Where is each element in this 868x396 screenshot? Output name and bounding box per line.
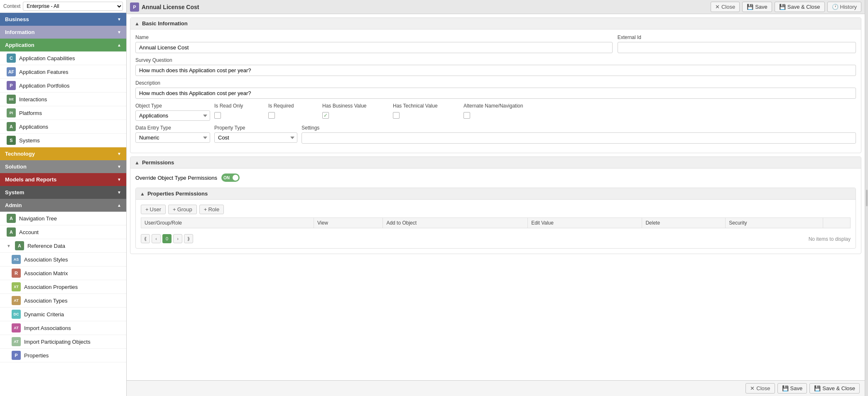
label-navigation-tree: Navigation Tree [19,215,57,222]
save-button[interactable]: 💾 Save [742,2,772,12]
badge-account: A [7,227,16,237]
sidebar-item-systems[interactable]: S Systems [0,134,126,147]
properties-permissions-header[interactable]: ▲ Properties Permissions [136,188,856,200]
name-input[interactable] [135,42,613,53]
badge-platforms: PI [7,108,16,117]
chevron-up-icon: ▲ [135,21,140,27]
alternate-name-checkbox[interactable] [463,112,470,119]
permissions-title: Permissions [142,159,174,166]
toggle-thumb [233,175,238,181]
survey-row: Survey Question [135,57,856,76]
badge-association-matrix: R [12,269,21,278]
save-close-button[interactable]: 💾 Save & Close [775,2,825,12]
sidebar-item-application-portfolios[interactable]: P Application Portfolios [0,79,126,93]
property-type-select[interactable]: Cost [214,132,297,143]
sidebar-item-import-associations[interactable]: AT Import Associations [0,321,126,335]
is-read-only-checkbox[interactable] [214,112,221,119]
no-items-text: No items to display [809,236,851,242]
first-page-button[interactable]: ⟪ [141,234,150,243]
section-header-system[interactable]: System ▼ [0,186,126,199]
is-required-label: Is Required [268,103,318,109]
sidebar-item-association-types[interactable]: AT Association Types [0,294,126,308]
section-header-models[interactable]: Models and Reports ▼ [0,173,126,186]
add-group-button[interactable]: + Group [168,205,197,214]
object-type-select[interactable]: Applications [135,110,210,121]
sidebar-item-account[interactable]: A Account [0,225,126,239]
section-header-admin[interactable]: Admin ▲ [0,199,126,212]
survey-label: Survey Question [135,57,856,63]
alternate-name-group: Alternate Name/Navigation [463,103,856,119]
bottom-save-button[interactable]: 💾 Save [777,383,807,394]
resize-handle[interactable] [866,190,868,206]
bottom-save-label: Save [790,385,803,391]
is-required-checkbox[interactable] [268,112,275,119]
sidebar-item-reference-data[interactable]: ▼ A Reference Data [0,239,126,253]
override-row: Override Object Type Permissions ON [135,174,856,182]
col-delete: Delete [642,218,726,228]
permissions-header[interactable]: ▲ Permissions [130,157,861,169]
survey-input[interactable] [135,65,856,76]
history-button[interactable]: 🕐 History [827,2,861,12]
property-type-group: Property Type Cost [214,125,297,144]
add-user-button[interactable]: + User [141,205,166,214]
label-dynamic-criteria: Dynamic Criteria [24,311,64,318]
current-page-button[interactable]: 0 [162,234,172,243]
plus-icon: + [145,206,149,213]
description-input[interactable] [135,88,856,99]
context-select[interactable]: Enterprise - All [23,2,123,11]
sidebar-item-dynamic-criteria[interactable]: DC Dynamic Criteria [0,308,126,321]
label-account: Account [19,229,39,235]
section-label-business: Business [5,16,29,22]
sidebar-item-import-participating-objects[interactable]: AT Import Participating Objects [0,335,126,349]
sidebar-item-application-features[interactable]: AF Application Features [0,65,126,79]
has-business-value-checkbox[interactable]: ✓ [322,112,329,119]
basic-info-header[interactable]: ▲ Basic Information [130,18,861,29]
pagination: ⟪ ‹ 0 › ⟫ [141,234,193,243]
next-page-button[interactable]: › [173,234,182,243]
section-header-business[interactable]: Business ▼ [0,13,126,26]
external-id-input[interactable] [618,42,856,53]
section-header-information[interactable]: Information ▼ [0,26,126,39]
page-title: Annual License Cost [142,4,199,10]
add-role-button[interactable]: + Role [199,205,224,214]
badge-application-portfolios: P [7,81,16,90]
last-page-button[interactable]: ⟫ [184,234,193,243]
external-id-group: External Id [618,34,856,53]
basic-info-panel: ▲ Basic Information Name External Id [130,17,861,153]
has-technical-value-checkbox[interactable] [393,112,400,119]
bottom-close-button[interactable]: ✕ Close [745,383,775,394]
override-toggle[interactable]: ON [221,174,240,182]
sidebar-item-platforms[interactable]: PI Platforms [0,106,126,120]
section-header-technology[interactable]: Technology ▼ [0,147,126,160]
close-button[interactable]: ✕ Close [711,2,740,12]
col-security: Security [726,218,823,228]
sidebar-item-association-matrix[interactable]: R Association Matrix [0,266,126,280]
nav-section-application: Application ▲ C Application Capabilities… [0,39,126,147]
bottom-save-close-button[interactable]: 💾 Save & Close [809,383,860,394]
chevron-up-icon: ▲ [117,43,121,47]
context-bar: Context Enterprise - All [0,0,126,13]
sidebar-item-applications[interactable]: A Applications [0,120,126,134]
sidebar-item-association-properties[interactable]: XT Association Properties [0,280,126,294]
label-properties: Properties [24,352,49,359]
plus-icon: + [173,206,176,213]
sidebar-item-application-capabilities[interactable]: C Application Capabilities [0,51,126,65]
data-entry-type-select[interactable]: Numeric [135,132,210,143]
data-entry-type-group: Data Entry Type Numeric [135,125,210,144]
sidebar-item-association-styles[interactable]: AS Association Styles [0,253,126,266]
sidebar-item-navigation-tree[interactable]: A Navigation Tree [0,212,126,225]
chevron-down-icon: ▼ [117,164,121,169]
sidebar-item-interactions[interactable]: Int Interactions [0,93,126,106]
save-close-icon: 💾 [779,4,786,10]
settings-input[interactable] [302,132,856,144]
description-group: Description [135,80,856,99]
section-header-solution[interactable]: Solution ▼ [0,160,126,173]
sidebar-item-properties[interactable]: P Properties [0,349,126,362]
permissions-body: Override Object Type Permissions ON ▲ Pr… [130,169,861,254]
top-bar-badge: P [130,2,139,12]
prev-page-button[interactable]: ‹ [152,234,161,243]
section-header-application[interactable]: Application ▲ [0,39,126,51]
section-label-models: Models and Reports [5,176,56,183]
survey-group: Survey Question [135,57,856,76]
content-area: ▲ Basic Information Name External Id [127,14,865,380]
